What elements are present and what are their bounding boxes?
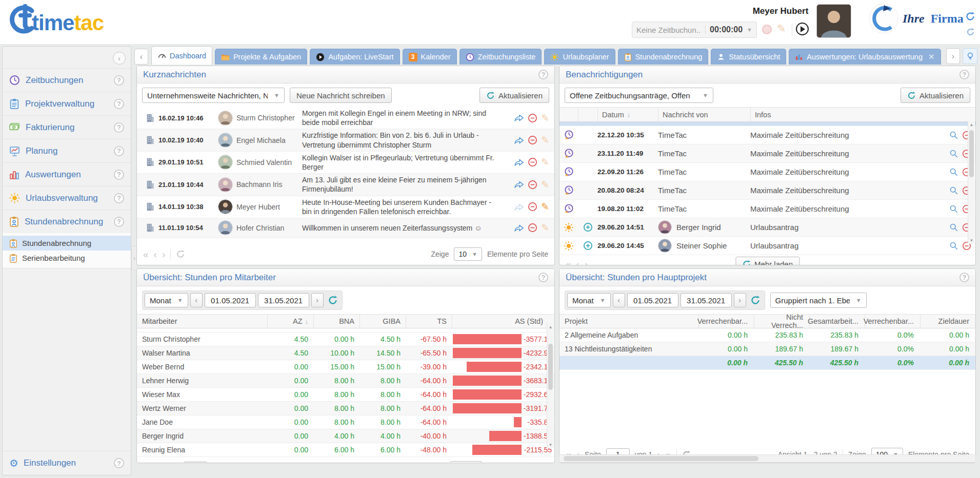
prev-page-icon[interactable]: ‹	[154, 463, 157, 464]
tab-aufgaben-livestart[interactable]: Aufgaben: LiveStart	[310, 49, 399, 65]
first-page-icon[interactable]: «	[143, 463, 149, 464]
help-icon[interactable]: ?	[538, 70, 548, 79]
magnifier-icon[interactable]	[949, 204, 958, 214]
column-header-gesamtarbeit[interactable]: Gesamtarbeit...	[809, 315, 865, 328]
close-tab-icon[interactable]: ✕	[928, 52, 935, 61]
help-icon[interactable]: ?	[114, 99, 124, 109]
tab-stundenabrechnung[interactable]: Stundenabrechnung	[618, 49, 709, 65]
stop-recording-icon[interactable]	[762, 25, 772, 34]
magnifier-icon[interactable]	[949, 186, 958, 195]
scrollbar-thumb[interactable]	[969, 130, 974, 177]
refresh-page-icon[interactable]	[965, 11, 975, 22]
notifications-refresh-button[interactable]: Aktualisieren	[901, 88, 970, 103]
expand-plus-icon[interactable]	[578, 222, 597, 232]
submenu-item-stundenabrechnung[interactable]: Stundenabrechnung	[3, 236, 131, 251]
start-recording-button[interactable]	[796, 23, 809, 35]
tabs-scroll-left-button[interactable]: ‹	[134, 49, 148, 65]
column-header-giba[interactable]: GIBA	[359, 315, 406, 328]
employee-table-scrollbar[interactable]: ▲ ▼	[547, 323, 554, 448]
scroll-up-icon[interactable]: ▲	[968, 121, 975, 128]
help-icon[interactable]: ?	[114, 193, 124, 203]
tab-dashboard[interactable]: Dashboard	[151, 46, 212, 65]
sidebar-item-planung[interactable]: Planung ?	[3, 139, 131, 163]
scroll-down-icon[interactable]: ▼	[968, 237, 975, 244]
delete-icon[interactable]	[528, 180, 537, 190]
refresh-icon[interactable]	[326, 295, 340, 305]
sidebar-collapse-button[interactable]: ‹	[113, 52, 126, 65]
period-select[interactable]: Monat ▼	[567, 293, 611, 307]
user-avatar[interactable]	[816, 4, 851, 38]
help-icon[interactable]: ?	[959, 273, 969, 282]
column-header-verrechenbar-pct[interactable]: Verrechenbar...	[865, 315, 920, 328]
help-icon[interactable]: ?	[114, 146, 124, 156]
edit-icon[interactable]: ✎	[541, 113, 549, 123]
column-header-verrechenbar[interactable]: Verrechenbar...	[698, 315, 754, 328]
help-icon[interactable]: ?	[114, 458, 124, 468]
last-page-icon[interactable]: »	[243, 463, 249, 464]
prev-period-button[interactable]: ‹	[613, 293, 625, 307]
period-select[interactable]: Monat ▼	[145, 293, 188, 307]
page-number-input[interactable]	[184, 462, 207, 463]
forward-icon[interactable]	[514, 158, 524, 167]
messages-filter-select[interactable]: Unternehmensweite Nachrichten, N ▼	[142, 88, 285, 103]
delete-icon[interactable]	[528, 135, 537, 145]
magnifier-icon[interactable]	[949, 149, 958, 158]
edit-icon[interactable]: ✎	[541, 157, 549, 167]
tabs-scroll-right-button[interactable]: ›	[946, 48, 960, 64]
magnifier-icon[interactable]	[949, 241, 958, 251]
help-icon[interactable]: ?	[114, 75, 124, 86]
help-icon[interactable]: ?	[114, 122, 124, 133]
column-header-bna[interactable]: BNA	[313, 315, 359, 328]
sync-icon[interactable]	[966, 28, 975, 36]
column-header-as[interactable]: AS (Std)	[452, 315, 554, 328]
chevron-down-icon[interactable]: ▼	[747, 27, 752, 33]
next-page-icon[interactable]: ›	[162, 250, 165, 259]
next-period-button[interactable]: ›	[311, 293, 324, 307]
prev-page-icon[interactable]: ‹	[154, 250, 157, 259]
tab-urlaubsplaner[interactable]: Urlaubsplaner	[544, 49, 615, 65]
forward-icon[interactable]	[514, 223, 524, 233]
page-size-select[interactable]: 10 ▼	[454, 247, 482, 261]
notifications-scrollbar[interactable]: ▲ ▼	[968, 121, 975, 244]
column-header-ts[interactable]: TS	[406, 315, 452, 328]
scroll-up-icon[interactable]: ▲	[547, 323, 554, 330]
new-message-button[interactable]: Neue Nachricht schreiben	[290, 88, 392, 103]
first-page-icon[interactable]: «	[143, 250, 149, 259]
sidebar-item-urlaubsverwaltung[interactable]: Urlaubsverwaltung ?	[3, 186, 131, 210]
help-icon[interactable]: ?	[959, 70, 969, 79]
column-header-zieldauer[interactable]: Zieldauer	[920, 315, 975, 328]
scroll-down-icon[interactable]: ▼	[547, 441, 554, 448]
date-to-input[interactable]	[681, 293, 732, 307]
edit-booking-icon[interactable]: ✎	[777, 23, 786, 35]
column-header-nicht-verrechenbar[interactable]: Nicht Verrech...	[754, 315, 809, 328]
date-from-input[interactable]	[627, 293, 678, 307]
column-header-infos[interactable]: Infos	[750, 108, 975, 121]
tab-auswertungen-urlaubsauswertung[interactable]: Auswertungen: Urlaubsauswertung ✕	[789, 49, 941, 65]
delete-icon[interactable]	[528, 113, 537, 123]
forward-icon[interactable]	[514, 136, 524, 145]
group-by-select[interactable]: Gruppiert nach 1. Ebe ▼	[770, 293, 867, 308]
help-icon[interactable]: ?	[114, 217, 124, 227]
next-page-icon[interactable]: ›	[235, 463, 238, 464]
sidebar-item-fakturierung[interactable]: Fakturierung ?	[3, 116, 131, 139]
magnifier-icon[interactable]	[949, 131, 958, 140]
load-more-button[interactable]: Mehr laden	[735, 257, 799, 266]
tab-statusuebersicht[interactable]: Statusübersicht	[711, 49, 786, 65]
delete-icon[interactable]	[528, 157, 537, 167]
magnifier-icon[interactable]	[949, 168, 958, 177]
prev-page-icon[interactable]: ‹	[576, 259, 579, 265]
notifications-filter-select[interactable]: Offene Zeitbuchungsanträge, Offen ▼	[565, 88, 713, 103]
messages-refresh-button[interactable]: Aktualisieren	[479, 88, 549, 103]
submenu-item-serienbearbeitung[interactable]: Serienbearbeitung	[3, 251, 131, 265]
horizontal-scrollbar[interactable]	[559, 454, 976, 463]
date-from-input[interactable]	[205, 293, 256, 307]
delete-icon[interactable]	[528, 223, 537, 233]
magnifier-icon[interactable]	[949, 223, 958, 232]
refresh-icon[interactable]	[748, 295, 763, 305]
column-header-az[interactable]: AZ↓	[267, 315, 313, 328]
forward-icon[interactable]	[514, 180, 524, 189]
tab-projekte-aufgaben[interactable]: Projekte & Aufgaben	[215, 49, 307, 65]
sidebar-item-stundenabrechnung[interactable]: Stundenabrechnung ?	[3, 210, 131, 233]
prev-period-button[interactable]: ‹	[190, 293, 203, 307]
date-to-input[interactable]	[258, 293, 309, 307]
